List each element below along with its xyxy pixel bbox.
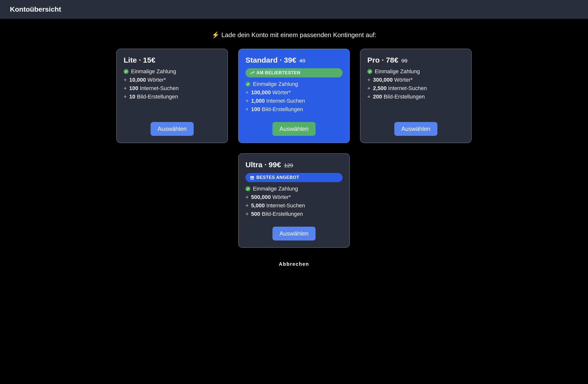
cancel-button[interactable]: Abbrechen (279, 261, 309, 267)
feature-value: 5,000 (251, 202, 265, 209)
check-circle-icon (367, 69, 372, 74)
plan-old-price: 99 (401, 58, 407, 64)
plan-card-standard: Standard · 39€ 49 AM BELIEBTESTEN Einmal… (238, 49, 350, 143)
plan-title: Ultra · 99€ 129 (245, 161, 343, 169)
select-lite-button[interactable]: Auswählen (151, 122, 193, 136)
feature-value: 200 (373, 94, 382, 100)
feature-images: + 10 Bild-Erstellungen (124, 94, 221, 100)
plus-icon: + (245, 194, 249, 200)
feature-value: 100 (129, 85, 138, 91)
feature-searches: + 1,000 Internet-Suchen (245, 98, 343, 104)
feature-label: Wörter* (272, 89, 291, 96)
feature-value: 100 (251, 106, 260, 112)
feature-text: Einmalige Zahlung (253, 81, 298, 87)
select-ultra-button[interactable]: Auswählen (272, 227, 315, 240)
feature-label: Internet-Suchen (266, 98, 305, 104)
feature-text: Einmalige Zahlung (253, 186, 298, 192)
feature-words: + 500,000 Wörter* (245, 194, 343, 200)
plus-icon: + (367, 77, 371, 83)
plan-price: 99€ (268, 161, 281, 169)
plan-name: Lite (124, 56, 137, 64)
page-header: Kontoübersicht (0, 0, 588, 19)
feature-value: 100,000 (251, 89, 271, 96)
plan-price: 78€ (386, 56, 398, 64)
plan-old-price: 49 (299, 58, 305, 64)
plan-name: Pro (367, 56, 380, 64)
card-footer: Auswählen (124, 115, 221, 136)
feature-payment: Einmalige Zahlung (124, 68, 221, 75)
plan-old-price: 129 (284, 162, 293, 168)
plan-title: Standard · 39€ 49 (245, 56, 343, 64)
plus-icon: + (245, 202, 249, 209)
feature-payment: Einmalige Zahlung (245, 186, 343, 192)
page-title: Kontoübersicht (10, 5, 578, 13)
badge-text: BESTES ANGEBOT (256, 175, 299, 180)
feature-label: Internet-Suchen (388, 85, 427, 91)
feature-label: Internet-Suchen (140, 85, 179, 91)
content-area: ⚡ Lade dein Konto mit einem passenden Ko… (0, 19, 588, 277)
check-circle-icon (245, 186, 250, 191)
feature-value: 300,000 (373, 77, 393, 83)
feature-text: Einmalige Zahlung (131, 68, 176, 75)
feature-words: + 100,000 Wörter* (245, 89, 343, 96)
feature-label: Bild-Erstellungen (137, 94, 178, 100)
plan-card-lite: Lite · 15€ Einmalige Zahlung + 10,000 Wö… (116, 49, 228, 143)
feature-value: 10 (129, 94, 135, 100)
feature-searches: + 5,000 Internet-Suchen (245, 202, 343, 209)
feature-words: + 10,000 Wörter* (124, 77, 221, 83)
feature-payment: Einmalige Zahlung (245, 81, 343, 87)
plans-grid: Lite · 15€ Einmalige Zahlung + 10,000 Wö… (108, 49, 480, 248)
plus-icon: + (367, 94, 371, 100)
feature-words: + 300,000 Wörter* (367, 77, 464, 83)
plus-icon: + (245, 89, 249, 96)
plan-title: Pro · 78€ 99 (367, 56, 464, 64)
plus-icon: + (245, 211, 249, 217)
plus-icon: + (124, 77, 127, 83)
feature-label: Bild-Erstellungen (262, 211, 303, 217)
most-popular-badge: AM BELIEBTESTEN (245, 68, 343, 77)
feature-label: Bild-Erstellungen (262, 106, 303, 112)
plus-icon: + (245, 106, 249, 113)
card-footer: Auswählen (245, 219, 343, 240)
feature-value: 2,500 (373, 85, 387, 91)
feature-value: 1,000 (251, 98, 265, 104)
feature-images: + 200 Bild-Erstellungen (367, 94, 464, 100)
badge-text: AM BELIEBTESTEN (256, 70, 300, 75)
feature-value: 500,000 (251, 194, 271, 200)
subtitle-text: Lade dein Konto mit einem passenden Kont… (221, 31, 376, 39)
feature-payment: Einmalige Zahlung (367, 68, 464, 75)
feature-label: Bild-Erstellungen (384, 94, 425, 100)
feature-images: + 100 Bild-Erstellungen (245, 106, 343, 113)
feature-label: Wörter* (394, 77, 413, 83)
plus-icon: + (367, 85, 371, 92)
plan-price: 15€ (143, 56, 155, 64)
trending-up-icon (250, 71, 254, 75)
subtitle: ⚡ Lade dein Konto mit einem passenden Ko… (5, 31, 583, 39)
best-offer-badge: BESTES ANGEBOT (245, 173, 343, 182)
feature-searches: + 2,500 Internet-Suchen (367, 85, 464, 92)
check-circle-icon (124, 69, 129, 74)
plan-title: Lite · 15€ (124, 56, 221, 64)
feature-label: Wörter* (272, 194, 291, 200)
gift-icon (250, 175, 254, 180)
feature-searches: + 100 Internet-Suchen (124, 85, 221, 92)
feature-value: 500 (251, 211, 260, 217)
card-footer: Auswählen (367, 115, 464, 136)
plan-name: Standard (245, 56, 278, 64)
feature-label: Wörter* (147, 77, 166, 83)
plan-card-ultra: Ultra · 99€ 129 BESTES ANGEBOT Einmalige… (238, 153, 350, 248)
check-circle-icon (245, 82, 250, 87)
plus-icon: + (124, 94, 127, 100)
feature-images: + 500 Bild-Erstellungen (245, 211, 343, 217)
select-pro-button[interactable]: Auswählen (394, 122, 437, 136)
plus-icon: + (245, 98, 249, 104)
select-standard-button[interactable]: Auswählen (272, 122, 315, 136)
feature-text: Einmalige Zahlung (375, 68, 420, 75)
feature-value: 10,000 (129, 77, 146, 83)
plus-icon: + (124, 85, 127, 92)
lightning-icon: ⚡ (212, 31, 219, 39)
plan-price: 39€ (284, 56, 296, 64)
card-footer: Auswählen (245, 115, 343, 136)
plan-card-pro: Pro · 78€ 99 Einmalige Zahlung + 300,000… (360, 49, 472, 143)
plan-name: Ultra (245, 161, 262, 169)
